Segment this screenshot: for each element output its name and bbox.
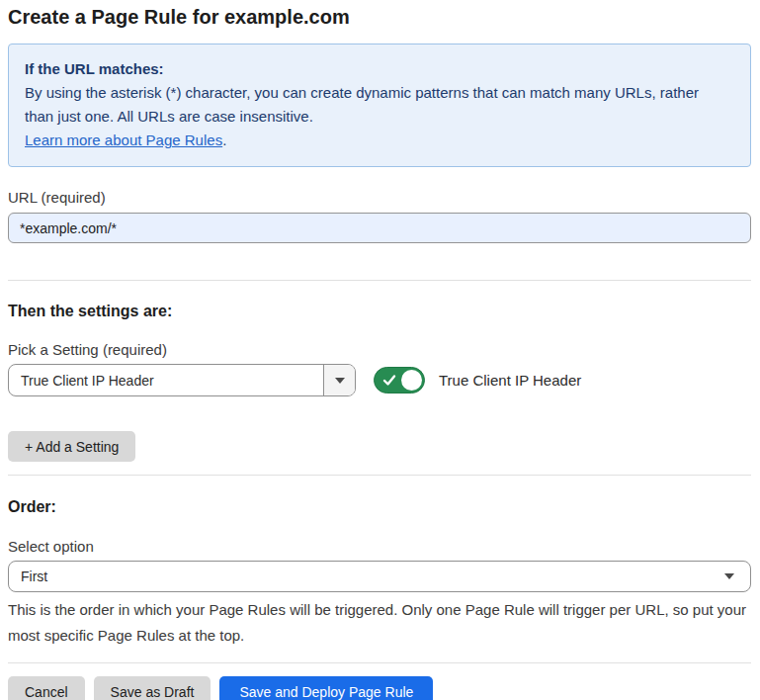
url-input[interactable] bbox=[8, 213, 751, 243]
page-title: Create a Page Rule for example.com bbox=[8, 5, 751, 29]
true-client-ip-toggle[interactable] bbox=[374, 367, 425, 394]
link-period: . bbox=[222, 131, 226, 148]
cancel-button[interactable]: Cancel bbox=[8, 676, 85, 700]
order-select[interactable]: First bbox=[8, 561, 751, 592]
order-select-value: First bbox=[21, 569, 47, 584]
pick-setting-label: Pick a Setting (required) bbox=[8, 341, 751, 359]
learn-more-link[interactable]: Learn more about Page Rules bbox=[25, 131, 222, 148]
setting-toggle-group: True Client IP Header bbox=[374, 367, 581, 394]
chevron-down-icon bbox=[724, 573, 734, 579]
save-and-deploy-button[interactable]: Save and Deploy Page Rule bbox=[219, 676, 433, 700]
order-section-heading: Order: bbox=[8, 497, 751, 516]
url-match-info-box: If the URL matches: By using the asteris… bbox=[8, 44, 751, 167]
url-field-label: URL (required) bbox=[8, 189, 751, 207]
toggle-knob bbox=[401, 370, 422, 391]
info-box-link-line: Learn more about Page Rules. bbox=[25, 129, 734, 152]
actions-row: Cancel Save as Draft Save and Deploy Pag… bbox=[8, 676, 751, 700]
save-as-draft-button[interactable]: Save as Draft bbox=[94, 676, 211, 700]
chevron-down-icon bbox=[335, 378, 345, 384]
order-help-text: This is the order in which your Page Rul… bbox=[8, 597, 751, 649]
setting-row: True Client IP Header True Client IP Hea… bbox=[8, 364, 751, 396]
select-option-label: Select option bbox=[8, 538, 751, 556]
setting-select-arrow-button[interactable] bbox=[323, 365, 355, 395]
info-box-heading: If the URL matches: bbox=[25, 57, 734, 81]
toggle-label: True Client IP Header bbox=[439, 372, 581, 389]
setting-select[interactable]: True Client IP Header bbox=[8, 364, 356, 396]
settings-section-heading: Then the settings are: bbox=[8, 302, 751, 320]
section-divider bbox=[8, 662, 751, 663]
info-box-body: By using the asterisk (*) character, you… bbox=[25, 81, 728, 129]
check-icon bbox=[382, 374, 396, 387]
section-divider bbox=[8, 280, 751, 281]
add-setting-button[interactable]: + Add a Setting bbox=[8, 431, 135, 462]
section-divider bbox=[8, 475, 751, 476]
setting-select-value: True Client IP Header bbox=[9, 365, 323, 395]
